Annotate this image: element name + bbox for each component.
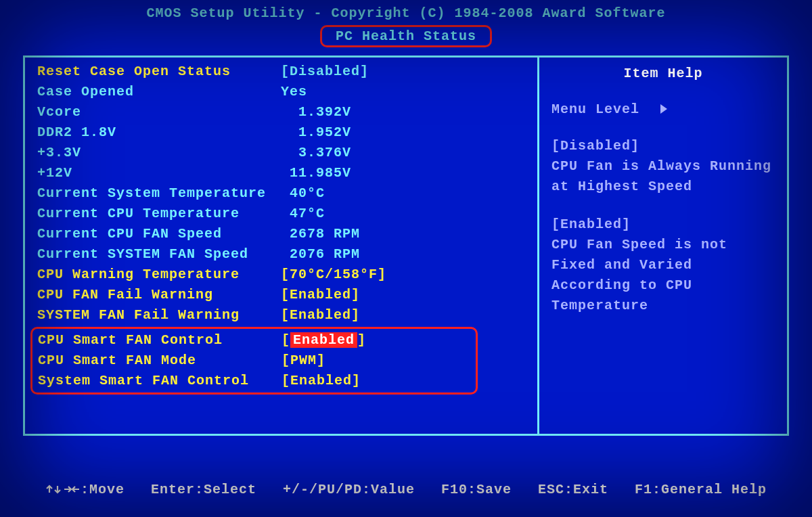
setting-value: Yes bbox=[281, 82, 525, 102]
setting-label: SYSTEM FAN Fail Warning bbox=[37, 305, 281, 325]
setting-row[interactable]: CPU Warning Temperature[70°C/158°F] bbox=[37, 265, 525, 285]
arrows-icon bbox=[45, 483, 81, 495]
setting-value: 47°C bbox=[281, 204, 525, 224]
footer-text-1: :Move Enter:Select +/-/PU/PD:Value F10:S… bbox=[81, 482, 767, 497]
setting-label: Reset Case Open Status bbox=[37, 62, 281, 82]
setting-value[interactable]: [Disabled] bbox=[281, 62, 525, 82]
setting-value[interactable]: [Enabled] bbox=[281, 305, 525, 325]
setting-label: Current CPU FAN Speed bbox=[37, 224, 281, 244]
help-heading: [Disabled] bbox=[551, 136, 775, 156]
setting-row: Vcore 1.392V bbox=[37, 102, 525, 122]
setting-value: 3.376V bbox=[281, 143, 525, 163]
fan-control-highlight-box: CPU Smart FAN Control[Enabled]CPU Smart … bbox=[30, 327, 478, 395]
setting-label: CPU Smart FAN Control bbox=[38, 330, 281, 351]
fan-setting-row[interactable]: System Smart FAN Control[Enabled] bbox=[38, 371, 470, 391]
setting-value: 1.952V bbox=[281, 122, 525, 143]
header-title: CMOS Setup Utility - Copyright (C) 1984-… bbox=[23, 5, 789, 21]
setting-label: System Smart FAN Control bbox=[38, 371, 281, 391]
help-panel: Item Help Menu Level [Disabled]CPU Fan i… bbox=[537, 55, 789, 436]
setting-value: 40°C bbox=[281, 183, 525, 204]
help-section: [Disabled]CPU Fan is Always Running at H… bbox=[551, 136, 775, 197]
setting-row: Current SYSTEM FAN Speed 2076 RPM bbox=[37, 244, 525, 265]
setting-value: 1.392V bbox=[281, 102, 525, 122]
setting-row: Case OpenedYes bbox=[37, 82, 525, 102]
setting-row[interactable]: Reset Case Open Status[Disabled] bbox=[37, 62, 525, 82]
menu-level-label: Menu Level bbox=[551, 102, 639, 117]
help-heading: [Enabled] bbox=[551, 215, 775, 235]
setting-value[interactable]: [70°C/158°F] bbox=[281, 265, 525, 285]
setting-label: Case Opened bbox=[37, 82, 281, 102]
setting-row: +12V 11.985V bbox=[37, 163, 525, 183]
setting-value: 2076 RPM bbox=[281, 244, 525, 265]
setting-label: CPU FAN Fail Warning bbox=[37, 285, 281, 305]
menu-level: Menu Level bbox=[551, 102, 775, 117]
page-title: PC Health Status bbox=[320, 25, 492, 47]
help-title: Item Help bbox=[551, 66, 775, 81]
setting-value[interactable]: [Enabled] bbox=[281, 330, 470, 351]
setting-label: Current System Temperature bbox=[37, 183, 281, 204]
help-body: CPU Fan Speed is not Fixed and Varied Ac… bbox=[551, 235, 775, 316]
setting-value: 11.985V bbox=[281, 163, 525, 183]
fan-setting-row[interactable]: CPU Smart FAN Control[Enabled] bbox=[38, 330, 470, 351]
setting-label: Current CPU Temperature bbox=[37, 204, 281, 224]
setting-row: +3.3V 3.376V bbox=[37, 143, 525, 163]
setting-row[interactable]: SYSTEM FAN Fail Warning[Enabled] bbox=[37, 305, 525, 325]
setting-row[interactable]: CPU FAN Fail Warning[Enabled] bbox=[37, 285, 525, 305]
setting-value[interactable]: [PWM] bbox=[281, 351, 470, 371]
setting-value: 2678 RPM bbox=[281, 224, 525, 244]
fan-setting-row[interactable]: CPU Smart FAN Mode[PWM] bbox=[38, 351, 470, 371]
header-subtitle-wrap: PC Health Status bbox=[23, 25, 789, 47]
setting-label: +3.3V bbox=[37, 143, 281, 163]
setting-value[interactable]: [Enabled] bbox=[281, 285, 525, 305]
footer-hints: :Move Enter:Select +/-/PU/PD:Value F10:S… bbox=[23, 443, 789, 517]
setting-label: DDR2 1.8V bbox=[37, 122, 281, 143]
help-section: [Enabled]CPU Fan Speed is not Fixed and … bbox=[551, 215, 775, 316]
chevron-right-icon bbox=[660, 104, 667, 114]
setting-label: Vcore bbox=[37, 102, 281, 122]
setting-label: +12V bbox=[37, 163, 281, 183]
footer-line-1: :Move Enter:Select +/-/PU/PD:Value F10:S… bbox=[23, 480, 789, 499]
bios-screen: CMOS Setup Utility - Copyright (C) 1984-… bbox=[0, 0, 812, 517]
setting-label: CPU Smart FAN Mode bbox=[38, 351, 281, 371]
help-body: CPU Fan is Always Running at Highest Spe… bbox=[551, 156, 775, 197]
setting-label: Current SYSTEM FAN Speed bbox=[37, 244, 281, 265]
setting-value[interactable]: [Enabled] bbox=[281, 371, 470, 391]
settings-panel: Reset Case Open Status[Disabled]Case Ope… bbox=[23, 55, 537, 436]
setting-row: Current CPU FAN Speed 2678 RPM bbox=[37, 224, 525, 244]
setting-row: DDR2 1.8V 1.952V bbox=[37, 122, 525, 143]
setting-label: CPU Warning Temperature bbox=[37, 265, 281, 285]
panels: Reset Case Open Status[Disabled]Case Ope… bbox=[23, 55, 789, 436]
setting-row: Current System Temperature 40°C bbox=[37, 183, 525, 204]
setting-row: Current CPU Temperature 47°C bbox=[37, 204, 525, 224]
